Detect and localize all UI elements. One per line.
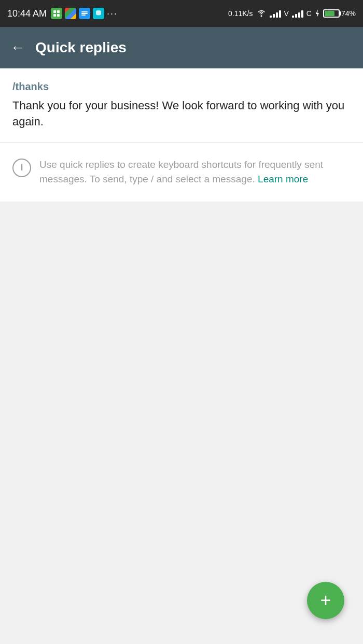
svg-rect-2 xyxy=(53,14,56,17)
operator-c: C xyxy=(306,9,312,18)
battery-icon xyxy=(323,9,340,18)
app-icon-1 xyxy=(51,8,62,19)
battery-container: 74% xyxy=(323,9,356,18)
learn-more-link[interactable]: Learn more xyxy=(258,174,308,184)
wifi-icon xyxy=(256,9,267,18)
battery-percent: 74% xyxy=(341,9,356,18)
add-quick-reply-button[interactable]: + xyxy=(307,582,344,619)
app-icon-4 xyxy=(93,8,104,19)
charging-icon xyxy=(315,9,320,18)
signal-bars-1 xyxy=(270,9,281,18)
network-speed: 0.11K/s xyxy=(228,9,253,18)
svg-rect-4 xyxy=(81,11,88,12)
status-time: 10:44 AM xyxy=(7,8,47,19)
quick-reply-shortcut: /thanks xyxy=(12,81,351,93)
quick-reply-message: Thank you for your business! We look for… xyxy=(12,98,351,130)
status-dots: ··· xyxy=(107,8,118,19)
app-icon-2 xyxy=(65,8,76,19)
status-bar-right: 0.11K/s V C 74% xyxy=(228,9,356,18)
app-icon-3 xyxy=(79,8,90,19)
info-text: Use quick replies to create keyboard sho… xyxy=(39,158,351,187)
battery-fill xyxy=(325,11,334,16)
add-icon: + xyxy=(320,591,331,610)
svg-rect-1 xyxy=(57,10,60,13)
main-content: /thanks Thank you for your business! We … xyxy=(0,68,363,202)
status-bar: 10:44 AM ··· 0.11K/s xyxy=(0,0,363,27)
quick-reply-item[interactable]: /thanks Thank you for your business! We … xyxy=(0,68,363,143)
status-bar-left: 10:44 AM ··· xyxy=(7,8,118,19)
page-title: Quick replies xyxy=(35,39,127,56)
svg-rect-0 xyxy=(53,10,56,13)
info-section: i Use quick replies to create keyboard s… xyxy=(0,143,363,202)
svg-rect-6 xyxy=(81,15,86,16)
svg-rect-3 xyxy=(57,14,60,17)
operator-v: V xyxy=(284,9,289,18)
signal-bars-2 xyxy=(292,9,303,18)
status-icons: ··· xyxy=(51,8,118,19)
info-icon: i xyxy=(12,159,31,177)
app-bar: ← Quick replies xyxy=(0,27,363,68)
svg-point-7 xyxy=(260,16,262,17)
back-button[interactable]: ← xyxy=(10,39,25,56)
svg-rect-5 xyxy=(81,13,88,14)
